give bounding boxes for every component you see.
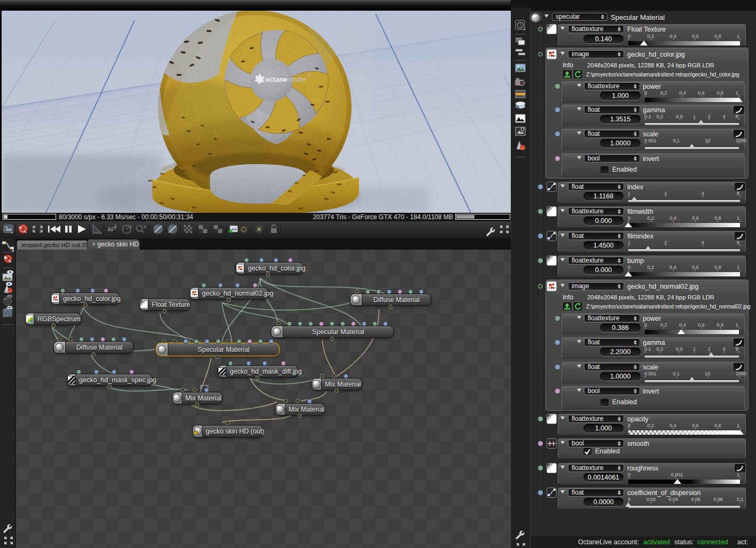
svg-text:AF: AF — [107, 226, 115, 233]
